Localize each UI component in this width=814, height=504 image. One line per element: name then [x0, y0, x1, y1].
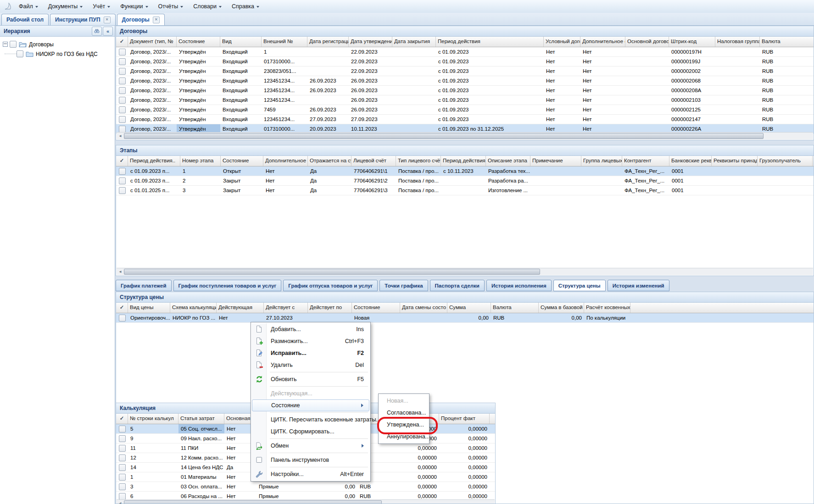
close-icon[interactable]: ✕ — [153, 17, 160, 23]
stages-column-header[interactable]: Группа лицевых сч — [581, 156, 622, 166]
cell[interactable]: 0001 — [669, 166, 712, 176]
cell[interactable]: Изготовление ... — [486, 186, 530, 195]
collapse-sidebar-icon[interactable]: « — [103, 27, 113, 36]
price-structure-column-header[interactable]: Валюта — [491, 303, 539, 313]
check-column-header[interactable]: ✓ — [116, 37, 128, 47]
table-row[interactable]: с 01.09.2023 п...2ЗакрытНетДа7706406291\… — [116, 176, 814, 186]
cell[interactable]: 123451234... — [262, 86, 307, 95]
stages-column-header[interactable]: Грузополучатель — [758, 156, 813, 166]
cell[interactable]: 26.09.2023 — [349, 76, 392, 85]
stages-column-header[interactable]: Банковские рекви — [669, 156, 712, 166]
cell[interactable]: Входящий — [220, 47, 262, 56]
cell[interactable]: Ориентировоч... — [128, 313, 170, 322]
price-structure-column-header[interactable]: Сумма в базовой в — [539, 303, 584, 313]
context-menu-item-2[interactable]: Размножить...Ctrl+F3 — [252, 335, 369, 347]
cell[interactable]: Нет — [544, 115, 580, 124]
cell[interactable] — [307, 66, 349, 76]
cell[interactable]: RUB — [760, 57, 814, 66]
cell[interactable]: Утверждён — [177, 86, 220, 95]
cell[interactable]: 26.09.2023 — [349, 86, 392, 95]
cell[interactable]: 27.09.2023 — [307, 115, 349, 124]
table-row[interactable]: Договор, 2023/...УтверждёнВходящий123451… — [116, 115, 814, 124]
cell[interactable]: с 01.09.2023 — [436, 95, 544, 105]
context-menu-item-14[interactable]: Обмен — [252, 440, 369, 452]
cell[interactable] — [581, 186, 622, 195]
cell[interactable]: Договор, 2023/... — [128, 57, 177, 66]
cell[interactable]: с 01.09.2023 — [436, 76, 544, 85]
table-row[interactable]: с 01.01.2025 п...3ЗакрытНетДа7706406291\… — [116, 186, 814, 195]
stages-hscrollbar[interactable]: ◄ — [117, 268, 813, 275]
cell[interactable]: Договор, 2023/... — [128, 95, 177, 105]
contracts-column-header[interactable]: Штрих-код — [669, 37, 715, 47]
cell[interactable]: ФА_Техн_Рег_... — [622, 186, 669, 195]
contracts-column-header[interactable]: Дополнительное с — [580, 37, 625, 47]
menu-item-6[interactable]: Словари — [189, 1, 226, 11]
cell[interactable]: 0000002002 — [669, 66, 715, 76]
contracts-column-header[interactable]: Состояние — [177, 37, 220, 47]
cell[interactable]: 0001 — [669, 186, 712, 195]
cell[interactable]: 14 — [128, 463, 178, 472]
cell[interactable]: 27.10.2023 — [264, 313, 308, 322]
cell[interactable] — [715, 66, 760, 76]
cell[interactable]: ФА_Техн_Рег_... — [622, 176, 669, 185]
cell[interactable]: Нет — [580, 47, 625, 56]
tree-checkbox[interactable] — [10, 41, 17, 48]
table-row[interactable]: с 01.09.2023 п...1ОткрытНетДа7706406291\… — [116, 166, 814, 176]
cell[interactable]: 0,00000 — [389, 463, 439, 472]
row-checkbox[interactable] — [119, 58, 126, 65]
cell[interactable]: 1 — [262, 47, 307, 56]
row-checkbox[interactable] — [119, 68, 126, 75]
stages-column-header[interactable]: Контрагент — [622, 156, 669, 166]
stages-column-header[interactable]: Тип лицевого счёт — [396, 156, 441, 166]
table-row[interactable]: Договор, 2023/...УтверждёнВходящий122.09… — [116, 47, 814, 57]
table-row[interactable]: Договор, 2023/...УтверждёнВходящий123451… — [116, 76, 814, 86]
row-checkbox[interactable] — [119, 187, 126, 194]
detail-tab-4[interactable]: Точки графика — [379, 280, 428, 291]
cell[interactable]: 3 — [128, 482, 178, 491]
contracts-column-header[interactable]: Документ (тип, № — [128, 37, 177, 47]
cell[interactable]: Открыт — [221, 166, 263, 176]
menu-item-7[interactable]: Справка — [228, 1, 263, 11]
cell[interactable]: с 01.09.2023 — [436, 86, 544, 95]
cell[interactable]: Нет — [544, 86, 580, 95]
cell[interactable]: ФА_Техн_Рег_... — [622, 166, 669, 176]
cell[interactable]: с 01.09.2023 п... — [128, 166, 180, 176]
cell[interactable]: с 01.09.2023 — [436, 47, 544, 56]
cell[interactable] — [441, 176, 486, 185]
cell[interactable] — [441, 186, 486, 195]
tree-checkbox[interactable] — [17, 50, 23, 57]
cell[interactable]: Да — [308, 176, 351, 185]
cell[interactable]: Договор, 2023/... — [128, 47, 177, 56]
row-checkbox[interactable] — [119, 445, 126, 452]
cell[interactable]: 3 — [180, 186, 221, 195]
cell[interactable]: Утверждён — [177, 66, 220, 76]
menu-item-4[interactable]: Функции — [116, 1, 152, 11]
cell[interactable]: Договор, 2023/... — [128, 76, 177, 85]
cell[interactable] — [625, 95, 669, 105]
calculation-column-header[interactable]: № строки калькул — [128, 414, 178, 424]
cell[interactable]: RUB — [760, 47, 814, 56]
cell[interactable] — [392, 76, 436, 85]
stages-column-header[interactable]: Номер этапа — [180, 156, 221, 166]
check-column-header[interactable]: ✓ — [116, 303, 128, 313]
context-menu-item-16[interactable]: Панель инструментов — [252, 454, 369, 466]
cell[interactable]: 0,00000 — [439, 482, 490, 491]
cell[interactable]: 09 Накл. расхо... — [178, 434, 224, 443]
cell[interactable]: Поставка / про... — [396, 186, 441, 195]
cell[interactable]: Прямые — [256, 482, 312, 491]
calculation-column-header[interactable]: Процент факт — [439, 414, 490, 424]
cell[interactable]: RUB — [760, 105, 814, 114]
cell[interactable]: Нет — [263, 186, 308, 195]
cell[interactable]: Нет — [580, 57, 625, 66]
check-column-header[interactable]: ✓ — [116, 414, 128, 424]
cell[interactable]: Входящий — [220, 95, 262, 105]
cell[interactable] — [307, 57, 349, 66]
scroll-left-icon[interactable]: ◄ — [117, 500, 124, 504]
stages-column-header[interactable]: Реквизиты принад — [712, 156, 758, 166]
context-menu-item-9[interactable]: Состояние — [252, 399, 369, 411]
cell[interactable]: 27.09.2023 — [349, 115, 392, 124]
menu-item-3[interactable]: Учёт — [89, 1, 114, 11]
price-structure-column-header[interactable]: Действует с — [264, 303, 308, 313]
cell[interactable]: Разработка ра... — [486, 176, 530, 185]
contracts-column-header[interactable]: Вид — [220, 37, 262, 47]
